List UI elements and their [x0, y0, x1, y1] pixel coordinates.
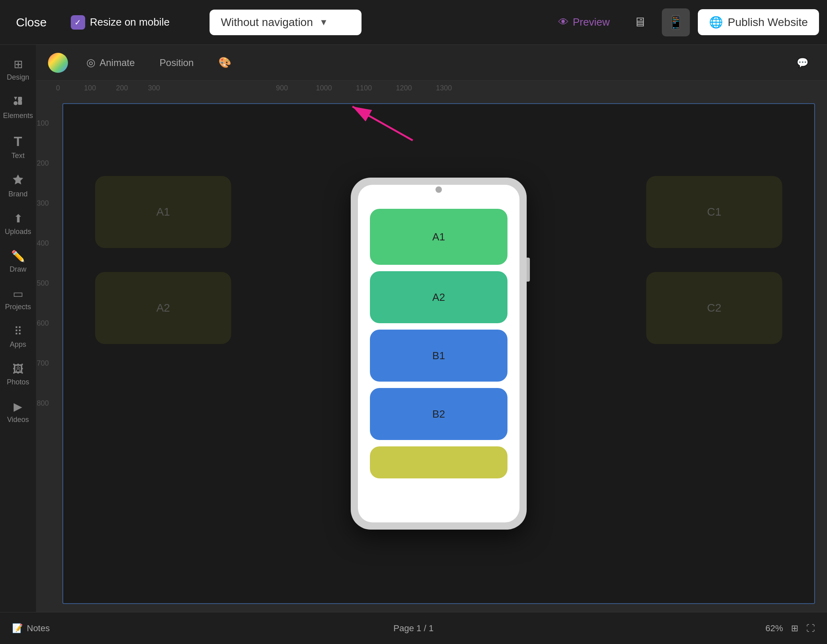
nav-dropdown-label: Without navigation [221, 16, 313, 29]
desktop-device-button[interactable]: 🖥 [626, 8, 654, 36]
canvas-block-c1[interactable]: C1 [646, 176, 782, 248]
animate-icon: ◎ [86, 56, 96, 69]
publish-button[interactable]: 🌐 Publish Website [698, 9, 819, 35]
preview-label: Preview [573, 16, 609, 28]
vruler-mark-700: 700 [37, 359, 49, 368]
paint-button[interactable]: 🎨 [212, 53, 238, 72]
phone-side-button [527, 258, 530, 282]
phone-block-a2: A2 [370, 271, 507, 323]
phone-block-b1-label: B1 [432, 350, 445, 362]
resize-mobile-label: Resize on mobile [90, 16, 170, 28]
sidebar-item-elements[interactable]: Elements [2, 90, 34, 125]
ruler-mark-900: 900 [276, 84, 288, 92]
zoom-level: 62% [765, 623, 783, 634]
sidebar-label-projects: Projects [5, 303, 31, 311]
sidebar-label-elements: Elements [3, 112, 33, 120]
mobile-device-button[interactable]: 📱 [662, 8, 690, 36]
vruler-mark-100: 100 [37, 119, 49, 128]
bottom-bar: 📝 Notes Page 1 / 1 62% ⊞ ⛶ [0, 612, 827, 644]
sidebar-item-videos[interactable]: ▶ Videos [2, 395, 34, 429]
nav-dropdown[interactable]: Without navigation ▼ [210, 10, 362, 35]
animate-button[interactable]: ◎ Animate [80, 53, 141, 72]
phone-camera [435, 186, 442, 193]
canvas-block-c2[interactable]: C2 [646, 272, 782, 344]
videos-icon: ▶ [14, 400, 22, 413]
resize-mobile-toggle[interactable]: ✓ Resize on mobile [63, 11, 178, 34]
chevron-down-icon: ▼ [320, 17, 328, 28]
ruler-mark-1100: 1100 [356, 84, 372, 92]
phone-mockup: A1 A2 B1 B2 [351, 178, 527, 530]
uploads-icon: ⬆ [14, 212, 23, 225]
bottom-right-controls: 62% ⊞ ⛶ [765, 623, 815, 634]
projects-icon: ▭ [13, 287, 23, 300]
ruler-mark-100: 100 [84, 84, 96, 92]
ruler-vertical: 100 200 300 400 500 600 700 800 [36, 95, 50, 612]
notes-button[interactable]: 📝 Notes [12, 623, 50, 634]
resize-checkbox-icon: ✓ [71, 15, 85, 30]
phone-block-c1 [370, 446, 507, 478]
ruler-mark-200: 200 [116, 84, 128, 92]
preview-button[interactable]: 👁 Preview [550, 12, 617, 32]
canvas-block-a2-label: A2 [156, 302, 170, 314]
sidebar-item-projects[interactable]: ▭ Projects [2, 282, 34, 316]
page-info: Page 1 / 1 [394, 623, 433, 634]
apps-icon: ⠿ [14, 325, 22, 338]
svg-rect-2 [18, 101, 22, 105]
canvas-block-a1-label: A1 [156, 206, 170, 218]
ruler-mark-300: 300 [148, 84, 160, 92]
photos-icon: 🖼 [12, 362, 24, 376]
sidebar-label-videos: Videos [7, 416, 29, 424]
publish-icon: 🌐 [709, 16, 723, 29]
sidebar-item-photos[interactable]: 🖼 Photos [2, 358, 34, 391]
sidebar-label-text: Text [11, 152, 24, 160]
vruler-mark-300: 300 [37, 199, 49, 208]
secondary-toolbar: ◎ Animate Position 🎨 💬 [36, 45, 827, 81]
mobile-icon: 📱 [668, 15, 684, 30]
ruler-mark-1000: 1000 [316, 84, 332, 92]
animate-label: Animate [100, 57, 135, 68]
sidebar-item-uploads[interactable]: ⬆ Uploads [2, 207, 34, 241]
fullscreen-icon[interactable]: ⛶ [806, 623, 815, 634]
close-button[interactable]: Close [8, 12, 55, 33]
left-sidebar: ⊞ Design Elements T Text Brand ⬆ Uploads… [0, 45, 36, 612]
canvas-block-c2-label: C2 [707, 302, 721, 314]
text-icon: T [14, 134, 22, 149]
ruler-mark-0: 0 [56, 84, 60, 92]
sidebar-item-design[interactable]: ⊞ Design [2, 53, 34, 86]
position-label: Position [160, 57, 194, 68]
phone-block-b1: B1 [370, 330, 507, 382]
sidebar-label-draw: Draw [10, 265, 26, 274]
vruler-mark-400: 400 [37, 239, 49, 248]
comments-button[interactable]: 💬 [790, 54, 815, 72]
desktop-icon: 🖥 [633, 15, 646, 30]
canvas-block-c1-label: C1 [707, 206, 721, 218]
draw-icon: ✏️ [11, 250, 25, 263]
grid-icon[interactable]: ⊞ [791, 623, 798, 634]
phone-block-b2-label: B2 [432, 408, 445, 420]
sidebar-label-photos: Photos [7, 378, 29, 386]
vruler-mark-600: 600 [37, 319, 49, 328]
sidebar-item-draw[interactable]: ✏️ Draw [2, 245, 34, 278]
publish-label: Publish Website [728, 16, 808, 29]
paint-icon: 🎨 [218, 56, 231, 69]
sidebar-label-brand: Brand [8, 190, 28, 198]
page-label: Page 1 / 1 [394, 623, 433, 633]
sidebar-item-brand[interactable]: Brand [2, 169, 34, 203]
ruler-mark-1200: 1200 [396, 84, 412, 92]
phone-frame: A1 A2 B1 B2 [351, 178, 527, 530]
phone-block-a1-label: A1 [432, 231, 445, 243]
sidebar-item-apps[interactable]: ⠿ Apps [2, 320, 34, 354]
phone-screen: A1 A2 B1 B2 [358, 185, 519, 522]
sidebar-label-apps: Apps [10, 340, 26, 349]
comments-icon: 💬 [797, 57, 809, 68]
top-bar: Close ✓ Resize on mobile Without navigat… [0, 0, 827, 45]
sidebar-label-design: Design [7, 73, 29, 82]
svg-marker-3 [13, 174, 23, 184]
canvas-block-a2[interactable]: A2 [95, 272, 231, 344]
notes-label: Notes [27, 623, 50, 634]
notes-icon: 📝 [12, 623, 23, 634]
position-button[interactable]: Position [153, 54, 200, 72]
canvas-block-a1[interactable]: A1 [95, 176, 231, 248]
sidebar-item-text[interactable]: T Text [2, 129, 34, 165]
canva-logo [48, 53, 68, 73]
